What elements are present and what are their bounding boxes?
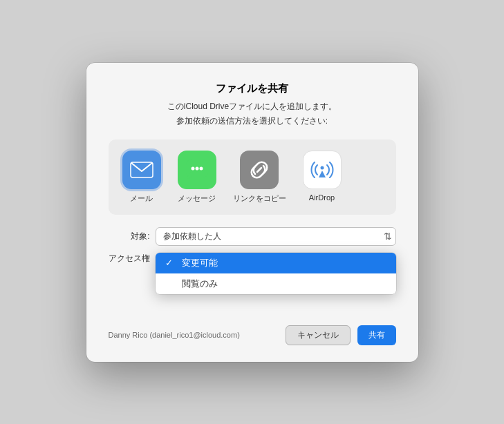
share-options-container: メール メッセージ [109, 139, 396, 215]
target-select-wrapper: 参加依頼した人 ⇅ [156, 227, 396, 246]
access-option-editable[interactable]: ✓ 変更可能 [156, 253, 396, 273]
checkmark-icon: ✓ [165, 258, 176, 268]
mail-icon [122, 151, 161, 189]
footer: Danny Rico (daniel_rico1@icloud.com) キャン… [109, 325, 396, 345]
access-editable-label: 変更可能 [182, 257, 218, 269]
access-dropdown-menu: ✓ 変更可能 閲覧のみ [156, 253, 396, 294]
messages-icon [178, 151, 216, 189]
airdrop-label: AirDrop [309, 193, 335, 202]
target-label: 対象: [109, 231, 150, 242]
access-dropdown-container: ✓ 変更可能 閲覧のみ [156, 253, 396, 294]
svg-point-4 [199, 166, 203, 170]
access-row: アクセス権 ✓ 変更可能 閲覧のみ [109, 253, 396, 264]
cancel-button[interactable]: キャンセル [286, 325, 351, 345]
copylink-label: リンクをコピー [233, 193, 286, 204]
access-option-readonly[interactable]: 閲覧のみ [156, 273, 396, 294]
user-info: Danny Rico (daniel_rico1@icloud.com) [109, 331, 240, 339]
dialog-subtitle2: 参加依頼の送信方法を選択してください: [109, 115, 396, 127]
svg-point-5 [320, 166, 324, 169]
share-dialog: ファイルを共有 このiCloud Driveファイルに人を追加します。 参加依頼… [86, 63, 418, 362]
dialog-title: ファイルを共有 [109, 82, 396, 95]
target-row: 対象: 参加依頼した人 ⇅ [109, 227, 396, 246]
footer-buttons: キャンセル 共有 [286, 325, 396, 345]
mail-label: メール [130, 193, 153, 204]
airdrop-icon [303, 151, 342, 189]
share-option-copylink[interactable]: リンクをコピー [233, 151, 286, 204]
dialog-subtitle: このiCloud Driveファイルに人を追加します。 [109, 101, 396, 113]
share-option-messages[interactable]: メッセージ [178, 151, 216, 204]
messages-label: メッセージ [178, 193, 216, 204]
share-option-airdrop[interactable]: AirDrop [303, 151, 342, 202]
copylink-icon [240, 151, 279, 189]
target-select[interactable]: 参加依頼した人 [156, 227, 396, 246]
access-readonly-label: 閲覧のみ [182, 278, 218, 290]
share-button[interactable]: 共有 [357, 325, 396, 345]
svg-point-3 [195, 166, 198, 170]
access-label: アクセス権 [109, 253, 150, 264]
svg-point-2 [191, 166, 194, 170]
share-option-mail[interactable]: メール [122, 151, 161, 204]
